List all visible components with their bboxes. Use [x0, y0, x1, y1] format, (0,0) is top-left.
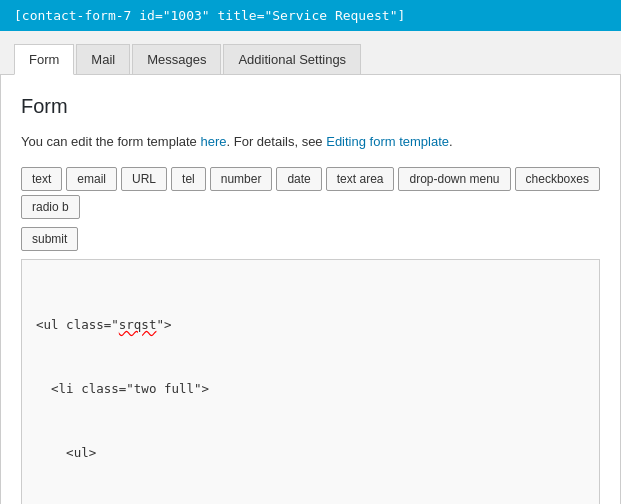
tag-btn-date[interactable]: date [276, 167, 321, 191]
code-editor[interactable]: <ul class="srqst"> <li class="two full">… [21, 259, 600, 504]
tag-btn-submit[interactable]: submit [21, 227, 78, 251]
tag-buttons-row: text email URL tel number date text area… [21, 167, 600, 219]
form-section-title: Form [21, 95, 600, 118]
tag-btn-radio[interactable]: radio b [21, 195, 80, 219]
tab-additional-settings[interactable]: Additional Settings [223, 44, 361, 74]
code-line-3: <ul> [36, 442, 585, 463]
tag-btn-number[interactable]: number [210, 167, 273, 191]
tag-btn-dropdown[interactable]: drop-down menu [398, 167, 510, 191]
shortcode-text: [contact-form-7 id="1003" title="Service… [14, 8, 405, 23]
tag-btn-textarea[interactable]: text area [326, 167, 395, 191]
form-description: You can edit the form template here. For… [21, 132, 600, 153]
tag-btn-text[interactable]: text [21, 167, 62, 191]
tag-btn-tel[interactable]: tel [171, 167, 206, 191]
tag-btn-checkboxes[interactable]: checkboxes [515, 167, 600, 191]
tab-mail[interactable]: Mail [76, 44, 130, 74]
tabs-container: Form Mail Messages Additional Settings [0, 31, 621, 75]
tab-messages[interactable]: Messages [132, 44, 221, 74]
here-link[interactable]: here [200, 134, 226, 149]
code-line-1: <ul class="srqst"> [36, 314, 585, 335]
code-line-2: <li class="two full"> [36, 378, 585, 399]
editing-template-link[interactable]: Editing form template [326, 134, 449, 149]
tag-btn-url[interactable]: URL [121, 167, 167, 191]
form-content-area: Form You can edit the form template here… [0, 75, 621, 504]
tag-btn-email[interactable]: email [66, 167, 117, 191]
submit-button-row: submit [21, 227, 600, 251]
tab-form[interactable]: Form [14, 44, 74, 75]
shortcode-bar: [contact-form-7 id="1003" title="Service… [0, 0, 621, 31]
